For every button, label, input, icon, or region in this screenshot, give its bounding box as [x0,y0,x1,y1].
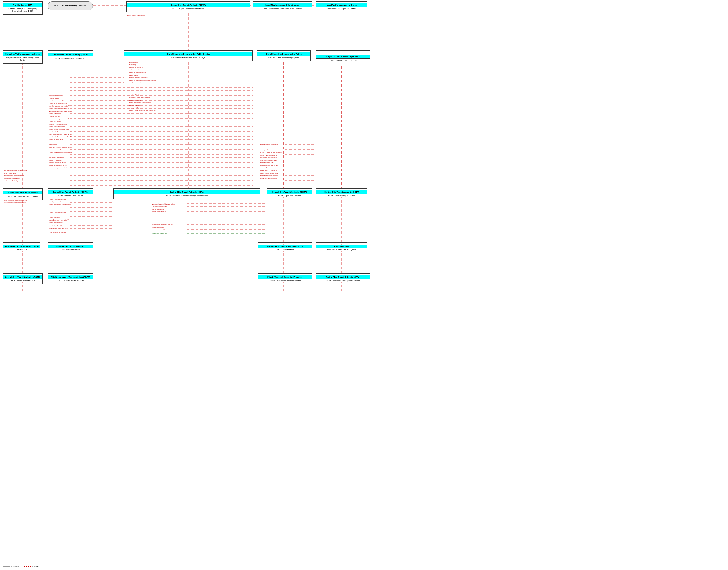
flow-label-work-zone-info: work zone information*** [261,157,278,159]
odot-district-node: Ohio Department of Transportation (...) … [258,242,312,253]
columbus-fire-node: City of Columbus Fire Department City of… [3,188,43,200]
cota-park-ride-header: Central Ohio Transit Authority (COTA) [48,190,92,194]
flow-label-secure-area-data: secure area surveillance data*** [4,202,26,204]
cota-fixed-route-tms-body: COTA Fixed-Route Transit Management Syst… [114,194,260,197]
flow-label-emergency-transit-vehicle-req: emergency transit vehicle request*** [49,147,74,148]
regional-emergency-node: Regional Emergency Agencies Local 911 Ca… [48,242,93,253]
smart-mobility-body: Smart Mobility Hub Real-Time Displays [124,56,253,59]
cota-paratransit-body: COTA Paratransit Management System [316,279,370,282]
flow-label-trip-request: trip request*** [129,107,138,108]
flow-label-transit-info-user-req: transit information user request* [129,102,151,103]
flow-label-emergency-archive: emergency archive data** [261,160,278,161]
local-maintenance-header: Local Maintenance and Construction [253,3,312,7]
flow-label-work-plan-headers: work plan headers [261,149,273,151]
cota-engine-body: COTA Engine Component Monitoring [127,7,250,10]
smart-columbus-os-node: City of Columbus Department of Publ... S… [257,50,311,61]
odot-streaming-label: ODOT Event Streaming Platform [54,5,86,7]
flow-label-road-network-traffic: road network traffic situation data*** [4,170,28,171]
franklin-ema-body: Franklin County EMA Emergency Operation … [3,7,42,13]
franklin-combat-body: Franklin County COMBAT System [316,248,367,252]
cota-traveler-node: Central Ohio Transit Authority (COTA) CO… [3,273,43,284]
cota-traveler-body: COTA Traveler Transit Facility [3,279,42,282]
legend-existing-label: Existing [11,565,19,567]
cota-park-ride-body: COTA Park and Ride Facility [48,194,92,197]
flow-label-asset-modifications: asset modifications coord*** [49,165,68,166]
private-traveler-header: Private Traveler Information Providers [258,275,312,279]
legend-planned: Planned [24,565,40,567]
cota-supervisor-header: Central Ohio Transit Authority (COTA) [267,190,312,194]
flow-label-transit-system-status: transit system status assessment [49,152,72,153]
local-traffic-mgmt-body: Local Traffic Management Centers [316,7,367,10]
flow-label-traffic-control-priority-data: traffic control priority data* [261,172,279,174]
flow-label-traveler-fare: traveler and fare information [129,77,148,78]
flow-label-archive-data: archive data* [261,167,270,169]
flow-label-transit-use-status: transit use status** [129,99,142,101]
flow-label-transit-vehicle-conditions: transit vehicle conditions*** [127,15,145,16]
flow-label-transit-vehicle-checkpoint: transit vehicle checkpoint data*** [49,136,71,138]
flow-label-traveler-request: traveler request*** [129,104,141,106]
flow-label-transit-trip-hazards: transit trip hazards*** [49,100,63,102]
legend-existing-line [3,566,10,567]
flow-label-transit-schedule-info: transit schedule information [129,72,148,73]
flow-label-alarm-notification: alarm notification*** [152,211,165,213]
odot-buckeye-node: Ohio Department of Transportation (ODOT)… [48,273,93,284]
cota-cctv-node: Central Ohio Transit Authority (COTA) CO… [3,242,40,253]
local-traffic-mgmt-header: Local Traffic Management Group [316,3,367,7]
flow-label-data-query: data query [129,64,136,65]
columbus-traffic-header: Columbus Traffic Management Group [3,52,42,56]
cota-ticket-vending-header: Central Ohio Transit Authority (COTA) [316,190,367,194]
flow-label-transit-user-info: transit user information [49,126,65,127]
flow-label-secure-area-surveillance: secure area surveillance protection*** [4,199,30,201]
cota-supervisor-node: Central Ohio Transit Authority (COTA) CO… [267,188,312,199]
flow-label-shared-traveler-info: shared traveler information*** [49,219,69,221]
flow-label-secure-passenger: secure passenger and civil data* [49,118,71,120]
flow-label-transit-bicyclists: transit bicyclists*** [49,225,62,227]
flow-label-emergency: emergency [49,144,57,146]
flow-label-road-network-conditions: road network conditions* [4,178,21,179]
flow-label-incident-info: incident information [49,160,62,161]
smart-columbus-os-header: City of Columbus Department of Publ... [257,52,311,56]
flow-label-road-network-conditions-right: road network conditions** [261,170,278,171]
columbus-police-node: City of Columbus Police Department City … [316,50,370,66]
odot-buckeye-header: Ohio Department of Transportation (ODOT) [48,275,92,279]
flow-label-alarm-exception: alarm and exception [49,95,63,96]
franklin-combat-header: Franklin County [316,245,367,248]
flow-label-traffic-control-priority: traffic control priority value** [4,180,23,182]
flow-label-road-weather: road weather information [49,232,66,233]
flow-label-transit-traveler-coord: transit traveler information coordinatio… [129,109,157,111]
flow-label-transit-info-user-req-lower: transit information user request*** [49,204,72,205]
flow-label-vehicle-situation-data-params-lower: vehicle situation data parameters [152,203,175,205]
flow-label-transit-vehicle-measures: transit vehicle measures [49,131,66,132]
flow-label-problem-bicyclists: problem bicyclists status*** [49,228,68,229]
flow-label-current-work-plans: current work work plans [261,154,277,156]
odot-buckeye-body: ODOT Buckeye Traffic Website [48,279,92,282]
cota-ticket-vending-body: COTA Ticket Vending Machines [316,194,367,197]
cota-park-ride-node: Central Ohio Transit Authority (COTA) CO… [48,188,93,199]
flow-label-data-query-pub: data query publication request [129,97,149,98]
franklin-ema-header: Franklin County EMA [3,3,42,7]
flow-label-transit-traveler-info2: transit traveler information [49,212,67,213]
cota-traveler-header: Central Ohio Transit Authority (COTA) [3,275,42,279]
flow-label-transfer-status: transfer status [49,97,59,99]
cota-fixed-route-tms-header: Central Ohio Transit Authority (COTA) [114,190,260,194]
regional-emergency-body: Local 911 Call Centers [48,248,92,252]
arrows-svg [0,0,728,570]
local-traffic-mgmt-node: Local Traffic Management Group Local Tra… [316,1,367,12]
cota-engine-node: Central Ohio Transit Authority (COTA) CO… [126,1,250,12]
flow-label-transit-emergency-data: transit emergency data*** [261,175,278,177]
local-maintenance-node: Local Maintenance and Construction Local… [253,1,312,12]
flow-label-incident-response: incident response status [49,162,66,164]
flow-label-transit-probe: transit probe data*** [152,227,166,228]
columbus-traffic-node: Columbus Traffic Management Group City o… [3,50,43,64]
flow-label-health-probe: health probe data*** [4,172,18,174]
cota-fixed-route-vehicles-node: Central Ohio Transit Authority (COTA) CO… [48,50,93,62]
odot-district-header: Ohio Department of Transportation (...) [258,245,312,248]
flow-label-road-probe: road probe data*** [152,229,165,231]
franklin-combat-node: Franklin County Franklin County COMBAT S… [316,242,367,253]
cota-paratransit-header: Central Ohio Transit Authority (COTA) [316,275,370,279]
flow-label-incident-response-right: incident response status** [261,178,278,179]
diagram-container: Franklin County EMA Franklin County EMA … [0,0,728,570]
flow-label-transit-info-lower: transit information*** [49,222,63,223]
columbus-police-body: City of Columbus 911 Call Center [316,58,370,62]
flow-label-data-provision: data provision [129,61,138,63]
